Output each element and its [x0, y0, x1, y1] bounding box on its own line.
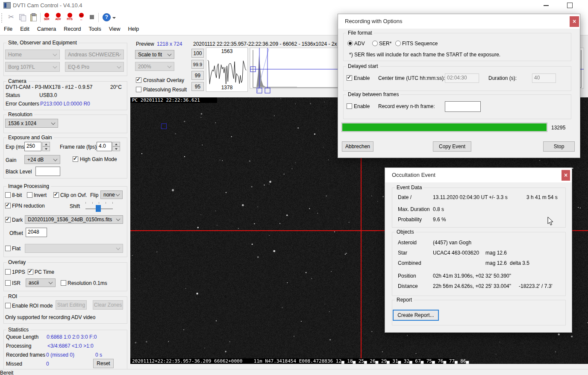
probability-label: Probability [398, 217, 422, 223]
menu-tools[interactable]: Tools [85, 25, 105, 33]
8bit-label: 8-bit [12, 192, 22, 198]
record-fits-button[interactable]: FITS [66, 12, 74, 23]
flat-file-select[interactable] [25, 244, 123, 253]
1pps-label: 1PPS [12, 269, 25, 275]
record-ser-button[interactable]: SER [43, 12, 50, 23]
resolution-select[interactable]: 1536 x 1024 [5, 119, 58, 128]
nth-frame-input[interactable] [445, 101, 481, 112]
pc-time-checkbox[interactable] [28, 269, 33, 275]
clip-checkbox[interactable] [53, 192, 59, 198]
adv-radio[interactable] [347, 41, 353, 46]
processing-label: Processing [6, 343, 31, 349]
dark-label: Dark [12, 217, 23, 223]
menu-record[interactable]: Record [60, 25, 85, 33]
reset-button[interactable]: Reset [93, 359, 114, 368]
center-time-input[interactable]: 02:04:30 [445, 73, 479, 83]
site-select[interactable]: Home [5, 50, 60, 59]
fits-radio[interactable] [395, 41, 401, 46]
recording-dialog-close-button[interactable] [570, 16, 579, 27]
roi-enable-checkbox[interactable] [5, 303, 11, 308]
menu-edit[interactable]: Edit [16, 25, 33, 33]
black-level-input[interactable] [35, 167, 60, 176]
platesolving-checkbox[interactable] [136, 87, 141, 92]
dark-file-select[interactable]: D20201109_1536_24dB_0150ms.fits [25, 215, 123, 224]
offset-input[interactable]: 2048 [26, 228, 47, 237]
level-95-button[interactable]: 95 [191, 82, 204, 91]
invert-checkbox[interactable] [27, 192, 32, 198]
recording-dialog: Recording with Options File format ADV S… [338, 14, 580, 158]
fps-input[interactable]: 4.0 [97, 142, 112, 151]
minimize-button[interactable] [544, 5, 549, 6]
recording-dialog-titlebar[interactable]: Recording with Options [338, 14, 580, 29]
level-99.9-button[interactable]: 99.9 [191, 60, 204, 69]
menu-help[interactable]: Help [124, 25, 143, 33]
exp-stepper[interactable] [42, 142, 50, 151]
observer-select[interactable]: Andreas SCHWEIZER [65, 50, 124, 59]
dark-checkbox[interactable] [5, 217, 11, 223]
toolbar-grip [1, 13, 3, 23]
cancel-button[interactable]: Abbrechen [342, 141, 373, 152]
black-level-label: Black Level [6, 169, 32, 175]
level-100-button[interactable]: 100 [191, 49, 204, 58]
ser-radio[interactable] [372, 41, 378, 46]
isr-mode-select[interactable]: ascii [26, 278, 56, 287]
spin-down-icon[interactable] [112, 146, 120, 151]
spin-down-icon[interactable] [42, 146, 50, 151]
fits-radio-label: FITS Sequence [402, 41, 438, 47]
zoom-select[interactable]: 200% [135, 62, 174, 71]
scale-mode-select[interactable]: Scale to fit [135, 50, 174, 59]
date-value: 13.11.2020 02:04:30 UT [433, 194, 488, 200]
resolution01-checkbox[interactable] [61, 280, 66, 286]
stop-button[interactable]: Stop [543, 141, 575, 152]
position-label: Position [398, 273, 416, 279]
maximize-button[interactable] [567, 3, 573, 8]
spin-up-icon[interactable] [42, 142, 50, 146]
help-icon[interactable]: ? [103, 13, 111, 21]
star-value: UCAC4 463-003620 [433, 250, 479, 256]
1pps-checkbox[interactable] [5, 269, 11, 275]
copy-icon[interactable] [19, 14, 26, 21]
star-marker-box [161, 123, 167, 129]
shift-slider-handle[interactable] [96, 205, 101, 212]
chevron-down-icon [117, 64, 121, 68]
fpn-label: FPN reduction [12, 203, 45, 209]
gain-select[interactable]: +24 dB [24, 155, 60, 164]
create-report-button[interactable]: Create Report... [393, 310, 439, 321]
fpn-checkbox[interactable] [5, 203, 11, 208]
exp-input[interactable]: 250 [24, 142, 41, 151]
copy-event-button[interactable]: Copy Event [433, 141, 471, 152]
fps-stepper[interactable] [112, 142, 120, 151]
clear-zones-button[interactable]: Clear Zones [93, 300, 123, 310]
record-adv-button[interactable]: ADV [54, 12, 62, 23]
stop-icon[interactable] [90, 15, 94, 19]
duration-input[interactable]: 40 [532, 73, 556, 83]
occultation-dialog-titlebar[interactable]: Occultation Event [385, 168, 572, 182]
cut-icon[interactable]: ✂ [7, 13, 15, 22]
toolbar-dropdown-icon[interactable] [112, 17, 116, 19]
start-editing-button[interactable]: Start Editing [56, 300, 87, 310]
occultation-dialog-close-button[interactable] [562, 170, 570, 181]
shift-label: Shift [70, 203, 80, 209]
menu-file[interactable]: File [0, 25, 16, 33]
menu-view[interactable]: View [105, 25, 124, 33]
crosshair-overlay-checkbox[interactable] [136, 77, 141, 83]
flux-graph-panel: 1563 1378 [206, 47, 248, 92]
record-options-button[interactable]: ↔ ... [77, 12, 85, 23]
shift-slider-ticks [85, 202, 113, 204]
delayed-start-enable-checkbox[interactable] [347, 75, 352, 81]
spin-up-icon[interactable] [112, 142, 120, 146]
isr-checkbox[interactable] [5, 280, 11, 286]
level-99-button[interactable]: 99 [191, 71, 204, 80]
date-label: Date / [398, 194, 412, 200]
high-gain-checkbox[interactable] [73, 156, 78, 162]
paste-icon[interactable] [30, 13, 38, 22]
mount-select[interactable]: EQ-6 Pro [65, 62, 124, 72]
telescope-select[interactable]: Borg 107FL [5, 62, 60, 72]
flat-checkbox[interactable] [5, 246, 11, 251]
chevron-down-icon [116, 192, 120, 196]
8bit-checkbox[interactable] [5, 192, 11, 198]
menu-camera[interactable]: Camera [33, 25, 60, 33]
max-duration-value: 0.8 s [433, 206, 444, 212]
flip-select[interactable]: none [100, 190, 123, 199]
delay-frames-enable-checkbox[interactable] [347, 103, 352, 109]
